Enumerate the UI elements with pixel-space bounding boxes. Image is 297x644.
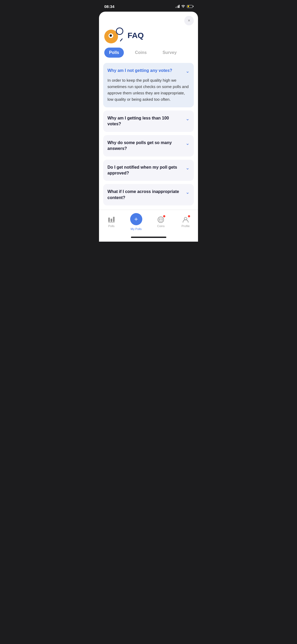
faq-item-2-header: Why am I getting less than 100 votes? ⌄ <box>107 115 190 127</box>
nav-label-coins: Coins <box>157 224 164 228</box>
svg-point-5 <box>159 218 162 220</box>
chevron-down-icon-1: ⌄ <box>186 68 190 74</box>
bottom-nav: Polls + My Polls Coins <box>99 210 198 233</box>
tab-polls[interactable]: Polls <box>104 48 124 58</box>
faq-question-1: Why am I not getting any votes? <box>107 68 183 73</box>
nav-item-polls[interactable]: Polls <box>99 215 124 229</box>
profile-badge <box>188 215 190 218</box>
close-button[interactable]: × <box>184 16 194 25</box>
status-bar: 08:34 <box>99 0 198 12</box>
faq-item-1[interactable]: Why am I not getting any votes? ⌄ In ord… <box>103 63 194 107</box>
faq-item-4-header: Do I get notified when my poll gets appr… <box>107 164 190 176</box>
mascot-lens <box>116 27 123 35</box>
faq-item-5-header: What if I come across inappropriate cont… <box>107 189 190 201</box>
tab-survey[interactable]: Survey <box>158 48 181 58</box>
header-row: × <box>99 12 198 25</box>
faq-item-2[interactable]: Why am I getting less than 100 votes? ⌄ <box>103 111 194 132</box>
faq-question-5: What if I come across inappropriate cont… <box>107 189 183 201</box>
status-time: 08:34 <box>104 4 114 9</box>
faq-item-3-header: Why do some polls get so many answers? ⌄ <box>107 140 190 152</box>
main-card: × FAQ Polls Coins Survey Why am I not ge… <box>99 12 198 242</box>
faq-item-3[interactable]: Why do some polls get so many answers? ⌄ <box>103 135 194 157</box>
faq-content: Why am I not getting any votes? ⌄ In ord… <box>99 61 198 210</box>
svg-rect-1 <box>111 219 112 222</box>
mascot-eye <box>109 33 113 38</box>
polls-icon <box>108 217 115 223</box>
status-icons <box>175 4 193 8</box>
faq-item-4[interactable]: Do I get notified when my poll gets appr… <box>103 160 194 181</box>
faq-question-4: Do I get notified when my poll gets appr… <box>107 164 183 176</box>
faq-header: FAQ <box>99 25 198 48</box>
faq-item-5[interactable]: What if I come across inappropriate cont… <box>103 184 194 205</box>
nav-item-profile[interactable]: Profile <box>173 215 198 229</box>
chevron-down-icon-3: ⌄ <box>186 140 190 146</box>
faq-title: FAQ <box>128 31 144 40</box>
mypolls-add-button[interactable]: + <box>130 213 142 225</box>
svg-rect-0 <box>108 218 110 222</box>
battery-icon <box>187 5 193 8</box>
mascot-pupil <box>110 34 112 37</box>
nav-label-profile: Profile <box>182 224 190 228</box>
tabs-row: Polls Coins Survey <box>99 48 198 61</box>
faq-question-3: Why do some polls get so many answers? <box>107 140 183 152</box>
nav-item-mypolls[interactable]: + My Polls <box>124 212 149 232</box>
chevron-down-icon-4: ⌄ <box>186 165 190 171</box>
profile-icon-wrap <box>182 216 189 223</box>
nav-label-mypolls: My Polls <box>131 227 142 231</box>
nav-item-coins[interactable]: Coins <box>149 215 173 229</box>
chevron-down-icon-2: ⌄ <box>186 116 190 122</box>
home-indicator <box>99 233 198 242</box>
signal-icon <box>175 5 180 8</box>
nav-label-polls: Polls <box>108 224 115 228</box>
coins-icon-wrap <box>157 216 164 223</box>
faq-mascot <box>104 27 123 43</box>
mascot-handle <box>120 38 123 42</box>
faq-item-1-header: Why am I not getting any votes? ⌄ <box>107 68 190 74</box>
wifi-icon <box>181 4 185 8</box>
coins-badge <box>163 215 166 218</box>
svg-rect-2 <box>113 217 115 222</box>
chevron-down-icon-5: ⌄ <box>186 189 190 195</box>
tab-coins[interactable]: Coins <box>130 48 151 58</box>
faq-question-2: Why am I getting less than 100 votes? <box>107 115 183 127</box>
faq-answer-1: In order to keep the poll quality high w… <box>107 77 190 103</box>
polls-icon-wrap <box>108 216 115 223</box>
home-bar <box>131 237 166 238</box>
